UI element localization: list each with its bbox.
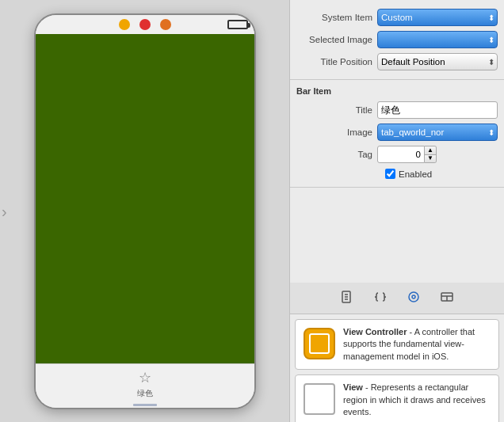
tab-star-icon: ☆ bbox=[139, 369, 151, 386]
svg-point-4 bbox=[409, 292, 418, 302]
system-item-row: System Item Custom Bookmarks Search ⬍ bbox=[290, 6, 504, 29]
view-text: View - Represents a rectangular region i… bbox=[343, 382, 492, 418]
selected-image-select-wrapper: ⬍ bbox=[377, 31, 498, 48]
status-dot-yellow bbox=[119, 19, 130, 30]
bar-item-section: Bar Item Title Image tab_qworld_nor othe… bbox=[290, 80, 504, 188]
view-title: View bbox=[343, 382, 363, 392]
tab-bar-inner: ☆ 绿色 bbox=[36, 366, 254, 402]
bar-tag-input[interactable] bbox=[377, 146, 425, 163]
tab-label: 绿色 bbox=[137, 388, 153, 399]
system-item-label: System Item bbox=[290, 13, 377, 22]
bar-image-select-wrapper: tab_qworld_nor other_image ⬍ bbox=[377, 124, 498, 141]
system-item-select-wrapper: Custom Bookmarks Search ⬍ bbox=[377, 9, 498, 26]
file-tab-icon[interactable] bbox=[340, 290, 354, 307]
bottom-icons-panel bbox=[290, 283, 504, 314]
view-controller-text: View Controller - A controller that supp… bbox=[343, 326, 492, 363]
bar-image-label: Image bbox=[290, 127, 377, 137]
battery-icon bbox=[227, 20, 248, 29]
device-tab-bar: ☆ 绿色 bbox=[36, 363, 254, 408]
title-position-row: Title Position Default Position Above Im… bbox=[290, 51, 504, 73]
view-desc: - Represents a rectangular region in whi… bbox=[343, 382, 486, 416]
status-dot-orange bbox=[160, 19, 171, 30]
empty-area bbox=[290, 188, 504, 283]
stepper-buttons: ▲ ▼ bbox=[425, 146, 437, 163]
device-status-bar bbox=[36, 15, 254, 34]
bar-tag-row: Tag ▲ ▼ bbox=[290, 143, 504, 165]
bar-title-input[interactable] bbox=[377, 101, 498, 119]
title-position-select[interactable]: Default Position Above Image Below Image bbox=[377, 53, 498, 70]
view-icon-wrapper bbox=[302, 382, 337, 416]
bar-image-row: Image tab_qworld_nor other_image ⬍ bbox=[290, 121, 504, 143]
view-card[interactable]: View - Represents a rectangular region i… bbox=[295, 374, 499, 422]
view-controller-icon-wrapper bbox=[302, 326, 337, 361]
view-controller-card[interactable]: View Controller - A controller that supp… bbox=[295, 319, 499, 370]
circle-tab-icon[interactable] bbox=[407, 290, 421, 307]
bar-title-label: Title bbox=[290, 105, 377, 115]
layout-tab-icon[interactable] bbox=[440, 290, 454, 307]
selected-image-select[interactable] bbox=[377, 31, 498, 48]
properties-section: System Item Custom Bookmarks Search ⬍ Se… bbox=[290, 0, 504, 80]
bar-title-row: Title bbox=[290, 99, 504, 121]
stepper-increment[interactable]: ▲ bbox=[425, 146, 436, 155]
bar-image-select[interactable]: tab_qworld_nor other_image bbox=[377, 124, 498, 141]
enabled-label: Enabled bbox=[399, 169, 432, 179]
enabled-row: Enabled bbox=[290, 165, 504, 182]
system-item-control: Custom Bookmarks Search ⬍ bbox=[377, 9, 498, 26]
bar-tag-control: ▲ ▼ bbox=[377, 146, 498, 163]
svg-point-5 bbox=[412, 295, 415, 298]
stepper-decrement[interactable]: ▼ bbox=[425, 155, 436, 163]
bar-image-control: tab_qworld_nor other_image ⬍ bbox=[377, 124, 498, 141]
selected-image-control: ⬍ bbox=[377, 31, 498, 48]
device-frame: ☆ 绿色 bbox=[34, 13, 256, 409]
system-item-select[interactable]: Custom Bookmarks Search bbox=[377, 9, 498, 26]
braces-tab-icon[interactable] bbox=[373, 290, 388, 307]
title-position-label: Title Position bbox=[290, 57, 377, 67]
bar-tag-label: Tag bbox=[290, 150, 377, 159]
bar-item-header: Bar Item bbox=[290, 85, 504, 99]
bar-title-control bbox=[377, 101, 498, 119]
title-position-select-wrapper: Default Position Above Image Below Image… bbox=[377, 53, 498, 70]
device-screen-content bbox=[36, 34, 254, 363]
right-panel: System Item Custom Bookmarks Search ⬍ Se… bbox=[289, 0, 504, 422]
vc-inner bbox=[309, 333, 330, 354]
selected-image-row: Selected Image ⬍ bbox=[290, 29, 504, 51]
tab-item[interactable]: ☆ 绿色 bbox=[121, 366, 169, 402]
status-dot-red bbox=[139, 19, 151, 30]
title-position-control: Default Position Above Image Below Image… bbox=[377, 53, 498, 70]
view-controller-title: View Controller bbox=[343, 327, 407, 336]
info-cards: View Controller - A controller that supp… bbox=[290, 314, 504, 422]
left-panel: › ☆ 绿色 bbox=[0, 0, 289, 422]
enabled-checkbox[interactable] bbox=[385, 169, 395, 179]
selected-image-label: Selected Image bbox=[290, 35, 377, 44]
tab-indicator bbox=[133, 404, 157, 406]
view-icon bbox=[304, 383, 335, 415]
view-controller-icon bbox=[304, 328, 335, 359]
nav-arrow[interactable]: › bbox=[2, 202, 7, 220]
